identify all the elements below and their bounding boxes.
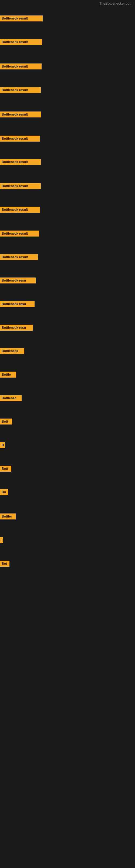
bottleneck-result-label-19: B: [0, 442, 5, 448]
bottleneck-result-label-24: Bot: [0, 561, 9, 567]
bottleneck-result-label-3: Bottleneck result: [0, 63, 42, 69]
bottleneck-result-label-17: Bottlenec: [0, 395, 21, 401]
bottleneck-result-label-10: Bottleneck result: [0, 230, 39, 237]
bottleneck-result-label-5: Bottleneck result: [0, 112, 41, 118]
bottleneck-result-label-18: Bott: [0, 418, 12, 425]
bottleneck-result-label-13: Bottleneck resu: [0, 301, 35, 307]
bottleneck-result-label-14: Bottleneck resu: [0, 325, 33, 331]
bottleneck-result-label-9: Bottleneck result: [0, 207, 40, 213]
bottleneck-result-label-2: Bottleneck result: [0, 39, 42, 45]
bottleneck-result-label-6: Bottleneck result: [0, 135, 40, 142]
bottleneck-result-label-21: Bo: [0, 489, 8, 495]
bottleneck-result-label-1: Bottleneck result: [0, 16, 43, 22]
bottleneck-result-label-22: Bottler: [0, 514, 16, 520]
bottleneck-result-label-23: |: [0, 537, 3, 543]
site-title: TheBottlenecker.com: [99, 1, 132, 5]
bottleneck-result-label-16: Bottle: [0, 372, 16, 378]
bottleneck-result-label-12: Bottleneck resu: [0, 278, 36, 283]
bottleneck-result-label-20: Bott: [0, 466, 11, 472]
bottleneck-result-label-15: Bottleneck: [0, 348, 24, 354]
bottleneck-result-label-7: Bottleneck result: [0, 159, 41, 165]
bottleneck-result-label-11: Bottleneck result: [0, 254, 38, 260]
bottleneck-result-label-8: Bottleneck result: [0, 183, 41, 189]
bottleneck-result-label-4: Bottleneck result: [0, 87, 41, 93]
